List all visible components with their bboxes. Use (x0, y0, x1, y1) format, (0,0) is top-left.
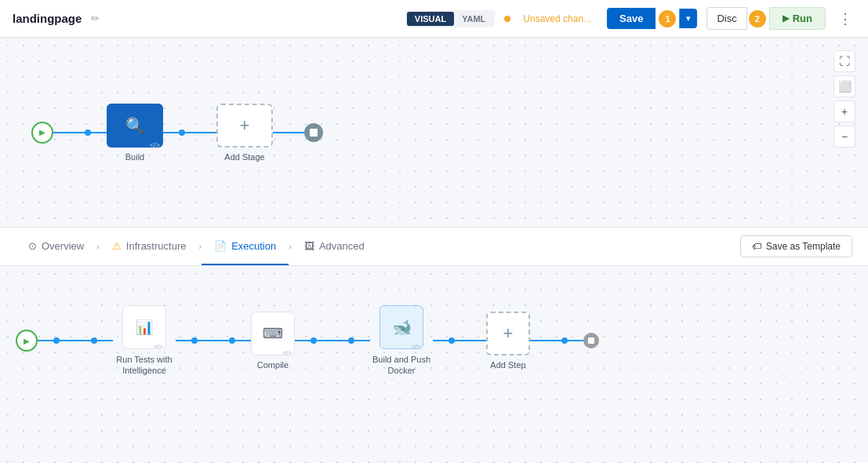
run-tests-wrapper: 📊 </> Run Tests with Intelligence (113, 305, 176, 377)
compile-code: </> (282, 349, 292, 356)
bc-2 (60, 340, 91, 341)
bc-dot-7 (449, 337, 455, 344)
advanced-icon: 🖼 (304, 240, 314, 252)
bc-dot-4 (229, 337, 235, 344)
edit-icon[interactable]: ✏ (91, 13, 100, 24)
step1-badge: 1 (659, 10, 676, 27)
bc-10 (433, 340, 449, 341)
pipeline-bottom: ▶ 📊 </> Run Tests with Intelligence (0, 266, 868, 463)
save-template-label: Save as Template (766, 241, 841, 252)
docker-label: Build and Push Docker (370, 354, 433, 377)
more-options-button[interactable]: ⋮ (835, 7, 855, 31)
add-stage-label: Add Stage (224, 152, 264, 162)
end-node-inner (310, 129, 318, 137)
bc-dot-1 (53, 337, 60, 344)
connector-dot-2 (179, 129, 185, 136)
add-step-node[interactable]: + (486, 312, 530, 355)
view-toggle: VISUAL YAML (405, 10, 496, 27)
bc-6 (235, 340, 251, 341)
tab-execution-label: Execution (231, 240, 276, 252)
build-icon: 🔍 (125, 116, 145, 135)
tab-infrastructure-label: Infrastructure (126, 240, 187, 252)
build-node-wrapper: 🔍 </> Build (107, 104, 163, 162)
connector-4 (185, 132, 216, 133)
bc-9 (354, 340, 370, 341)
run-tests-icon: 📊 (136, 319, 153, 336)
connector-dot-1 (85, 129, 91, 136)
build-code-icon: </> (150, 141, 160, 149)
add-step-label: Add Step (490, 360, 525, 370)
run-label: Run (793, 13, 812, 24)
overview-icon: ⊙ (28, 240, 37, 252)
start-node[interactable]: ▶ (31, 122, 53, 144)
pipeline-flow-top: ▶ 🔍 </> Build + Add St (31, 104, 323, 162)
fullscreen-button[interactable]: ⛶ (833, 50, 855, 72)
end-node-top (304, 123, 323, 142)
save-button[interactable]: Save (607, 8, 656, 29)
canvas-area: ⛶ ⬜ + − ▶ 🔍 </> Build (0, 38, 868, 463)
tab-overview-label: Overview (42, 240, 84, 252)
compile-node[interactable]: ⌨ </> (251, 312, 295, 355)
docker-code: </> (411, 343, 420, 350)
bc-1 (38, 340, 53, 341)
bc-13 (568, 340, 583, 341)
bc-dot-3 (191, 337, 198, 344)
bc-5 (198, 340, 229, 341)
connector-5 (273, 132, 304, 133)
visual-toggle[interactable]: VISUAL (407, 12, 454, 26)
bc-dot-8 (561, 337, 568, 344)
run-tests-label: Run Tests with Intelligence (113, 354, 176, 377)
unsaved-text: Unsaved chan... (523, 13, 591, 24)
infrastructure-warning-icon: ⚠ (112, 240, 122, 252)
add-step-plus-icon: + (503, 323, 514, 344)
select-button[interactable]: ⬜ (833, 75, 855, 97)
run-button[interactable]: ▶ Run (769, 7, 826, 30)
save-caret-button[interactable]: ▾ (679, 9, 697, 28)
tab-overview[interactable]: ⊙ Overview (16, 228, 96, 265)
tab-infrastructure[interactable]: ⚠ Infrastructure (100, 228, 199, 265)
pipeline-flow-bottom: ▶ 📊 </> Run Tests with Intelligence (16, 305, 599, 377)
tab-advanced[interactable]: 🖼 Advanced (292, 228, 377, 265)
compile-label: Compile (257, 360, 289, 370)
run-tests-code: </> (154, 343, 163, 350)
save-template-button[interactable]: 🏷 Save as Template (740, 235, 852, 257)
connector-3 (163, 132, 179, 133)
step2-badge: 2 (749, 10, 766, 27)
run-tests-node[interactable]: 📊 </> (122, 305, 166, 349)
docker-node[interactable]: 🐋 </> (380, 305, 423, 349)
end-node-bottom (583, 333, 599, 348)
discard-group: Disc 2 ▶ Run (706, 7, 826, 30)
zoom-in-button[interactable]: + (833, 100, 855, 122)
bc-12 (530, 340, 561, 341)
tabs-bar: ⊙ Overview › ⚠ Infrastructure › 📄 Execut… (0, 227, 868, 266)
compile-wrapper: ⌨ </> Compile (251, 312, 295, 370)
zoom-out-button[interactable]: − (833, 126, 855, 148)
bc-4 (176, 340, 191, 341)
build-label: Build (125, 152, 144, 162)
bc-8 (317, 340, 348, 341)
bc-3 (97, 340, 113, 341)
add-step-wrapper: + Add Step (486, 312, 530, 370)
page-title: landingpage (13, 12, 82, 25)
discard-button[interactable]: Disc (706, 7, 746, 30)
unsaved-dot (504, 16, 510, 22)
pipeline-top: ⛶ ⬜ + − ▶ 🔍 </> Build (0, 38, 868, 227)
bc-dot-6 (348, 337, 354, 344)
end-node-bottom-inner (588, 337, 594, 344)
add-stage-node[interactable]: + (216, 104, 273, 148)
tab-advanced-label: Advanced (319, 240, 365, 252)
yaml-toggle[interactable]: YAML (454, 12, 493, 26)
start-node-bottom[interactable]: ▶ (16, 330, 38, 352)
bc-dot-5 (311, 337, 317, 344)
tab-execution[interactable]: 📄 Execution (202, 228, 289, 265)
add-stage-plus-icon: + (240, 115, 250, 136)
bc-11 (455, 340, 486, 341)
run-icon: ▶ (783, 13, 789, 24)
save-template-icon: 🏷 (752, 241, 761, 252)
save-group: Save 1 ▾ (607, 8, 697, 29)
build-node[interactable]: 🔍 </> (107, 104, 163, 148)
zoom-controls: ⛶ ⬜ + − (833, 50, 855, 148)
docker-wrapper: 🐋 </> Build and Push Docker (370, 305, 433, 377)
execution-icon: 📄 (214, 240, 227, 252)
bc-dot-2 (91, 337, 97, 344)
